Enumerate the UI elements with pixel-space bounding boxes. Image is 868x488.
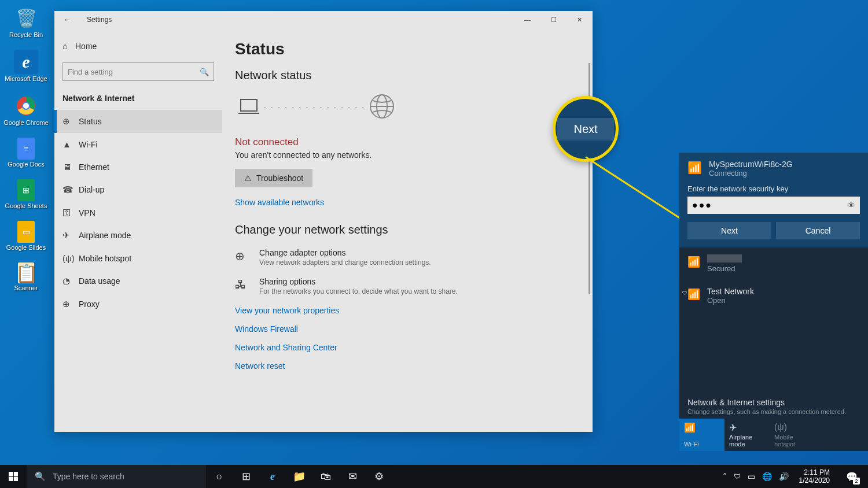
mail-icon[interactable]: ✉ — [339, 465, 366, 488]
wifi-icon: 🛡📶 — [687, 288, 700, 301]
tile-wifi[interactable]: 📶Wi-Fi — [679, 419, 724, 451]
tray-security-icon[interactable]: 🛡 — [734, 472, 741, 480]
close-button[interactable]: ✕ — [567, 11, 593, 28]
adapter-options[interactable]: ⊕ Change adapter options View network ad… — [235, 248, 593, 267]
desktop-icon-edge[interactable]: eMicrosoft Edge — [0, 50, 52, 82]
password-field[interactable]: 👁 — [687, 197, 860, 214]
explorer-icon[interactable]: 📁 — [286, 465, 312, 488]
network-status: Secured — [707, 264, 742, 273]
desktop-icon-recycle-bin[interactable]: 🗑️Recycle Bin — [0, 6, 52, 38]
desktop-icon-docs[interactable]: ≡Google Docs — [0, 138, 52, 168]
home-icon: ⌂ — [62, 41, 75, 51]
tray-battery-icon[interactable]: ▭ — [748, 472, 755, 481]
back-button[interactable]: ← — [63, 14, 72, 25]
callout-circle: Next — [553, 96, 619, 162]
task-view-icon[interactable]: ⊞ — [233, 465, 259, 488]
settings-window: ← Settings — ☐ ✕ ⌂ Home 🔍 Network & Inte… — [54, 11, 593, 432]
show-networks-link[interactable]: Show available networks — [235, 198, 593, 207]
sharing-options[interactable]: 🖧 Sharing options For the networks you c… — [235, 277, 593, 295]
tray-chevron-icon[interactable]: ˄ — [723, 472, 727, 481]
link-network-reset[interactable]: Network reset — [235, 361, 593, 371]
nav-icon: ◔ — [62, 276, 79, 286]
nav-label: Dial-up — [79, 185, 104, 194]
redacted-name — [707, 254, 742, 263]
start-button[interactable] — [0, 465, 27, 488]
tile-label: Mobile hotspot — [774, 434, 810, 448]
tray-volume-icon[interactable]: 🔊 — [779, 472, 789, 481]
nav-item-wi-fi[interactable]: ▲Wi-Fi — [54, 133, 222, 156]
flyout-settings-link[interactable]: Network & Internet settings Change setti… — [679, 391, 868, 419]
nav-icon: ☎ — [62, 184, 79, 195]
section-heading: Network status — [235, 69, 593, 82]
network-name: Test Network — [707, 287, 754, 296]
home-link[interactable]: ⌂ Home — [54, 35, 222, 57]
nav-label: Mobile hotspot — [79, 254, 131, 263]
page-title: Status — [235, 40, 593, 58]
network-item-test[interactable]: 🛡📶 Test Network Open — [679, 280, 868, 312]
section-heading: Change your network settings — [235, 223, 593, 236]
nav-item-status[interactable]: ⊕Status — [54, 110, 222, 133]
desktop-icon-slides[interactable]: ▭Google Slides — [0, 221, 52, 251]
desktop-icon-chrome[interactable]: Google Chrome — [0, 94, 52, 126]
nav-item-dial-up[interactable]: ☎Dial-up — [54, 178, 222, 201]
nav-icon: ⚿ — [62, 208, 79, 217]
reveal-password-icon[interactable]: 👁 — [847, 201, 855, 210]
wifi-icon: 📶 — [687, 161, 702, 175]
adapter-icon: ⊕ — [235, 248, 251, 267]
tile-airplane[interactable]: ✈Airplane mode — [724, 419, 770, 451]
action-center-icon[interactable]: 💬2 — [840, 465, 863, 488]
search-input[interactable] — [68, 68, 200, 76]
sharing-icon: 🖧 — [235, 277, 251, 295]
nav-icon: ▲ — [62, 139, 79, 149]
nav-item-proxy[interactable]: ⊕Proxy — [54, 293, 222, 316]
link-windows-firewall[interactable]: Windows Firewall — [235, 324, 593, 334]
nav-item-airplane-mode[interactable]: ✈Airplane mode — [54, 224, 222, 247]
system-tray: ˄ 🛡 ▭ 🌐 🔊 2:11 PM 1/24/2020 💬2 — [723, 465, 868, 488]
desktop-icon-scanner[interactable]: 📋Scanner — [0, 263, 52, 291]
search-icon: 🔍 — [200, 68, 209, 76]
nav-label: Ethernet — [79, 162, 109, 172]
link-network-and-sharing-center[interactable]: Network and Sharing Center — [235, 343, 593, 352]
desktop-icon-sheets[interactable]: ⊞Google Sheets — [0, 179, 52, 209]
nav-item-vpn[interactable]: ⚿VPN — [54, 201, 222, 224]
tile-label: Wi-Fi — [684, 441, 720, 448]
cortana-icon[interactable]: ○ — [206, 465, 233, 488]
cancel-button[interactable]: Cancel — [776, 222, 860, 239]
nav-item-ethernet[interactable]: 🖥Ethernet — [54, 156, 222, 178]
next-button[interactable]: Next — [687, 222, 771, 239]
tray-network-icon[interactable]: 🌐 — [762, 472, 772, 481]
nav-item-data-usage[interactable]: ◔Data usage — [54, 269, 222, 293]
titlebar[interactable]: ← Settings — ☐ ✕ — [54, 11, 593, 28]
hotspot-icon: (ψ) — [774, 422, 810, 432]
edge-taskbar-icon[interactable]: e — [259, 465, 286, 488]
taskbar-search[interactable]: 🔍 Type here to search — [27, 465, 206, 488]
maximize-button[interactable]: ☐ — [540, 11, 567, 28]
scanner-icon: 📋 — [18, 263, 34, 283]
desktop-label: Scanner — [14, 284, 38, 291]
settings-taskbar-icon[interactable]: ⚙ — [366, 465, 392, 488]
store-icon[interactable]: 🛍 — [312, 465, 339, 488]
flyout-settings-desc: Change settings, such as making a connec… — [687, 408, 860, 415]
desktop-label: Google Chrome — [3, 119, 49, 126]
settings-search[interactable]: 🔍 — [62, 62, 214, 81]
shield-icon: 🛡 — [682, 290, 687, 296]
nav-item-mobile-hotspot[interactable]: (ψ)Mobile hotspot — [54, 247, 222, 269]
password-input[interactable] — [692, 200, 847, 210]
home-label: Home — [75, 42, 97, 51]
wifi-icon: 📶 — [684, 422, 720, 433]
troubleshoot-button[interactable]: ⚠ Troubleshoot — [235, 169, 312, 187]
not-connected-desc: You aren't connected to any networks. — [235, 150, 593, 160]
nav-icon: ✈ — [62, 230, 79, 241]
link-view-your-network-properties[interactable]: View your network properties — [235, 306, 593, 315]
flyout-tiles: 📶Wi-Fi ✈Airplane mode (ψ)Mobile hotspot — [679, 419, 868, 451]
not-connected-heading: Not connected — [235, 136, 593, 148]
network-item-secured[interactable]: 📶 Secured — [679, 247, 868, 280]
taskbar: 🔍 Type here to search ○ ⊞ e 📁 🛍 ✉ ⚙ ˄ 🛡 … — [0, 465, 868, 488]
taskbar-clock[interactable]: 2:11 PM 1/24/2020 — [796, 468, 833, 485]
troubleshoot-label: Troubleshoot — [256, 173, 303, 183]
nav-label: VPN — [79, 208, 95, 217]
minimize-button[interactable]: — — [514, 11, 540, 28]
nav-icon: ⊕ — [62, 299, 79, 309]
network-name: MySpectrumWiFi8c-2G — [709, 160, 793, 169]
tile-hotspot[interactable]: (ψ)Mobile hotspot — [770, 419, 815, 451]
